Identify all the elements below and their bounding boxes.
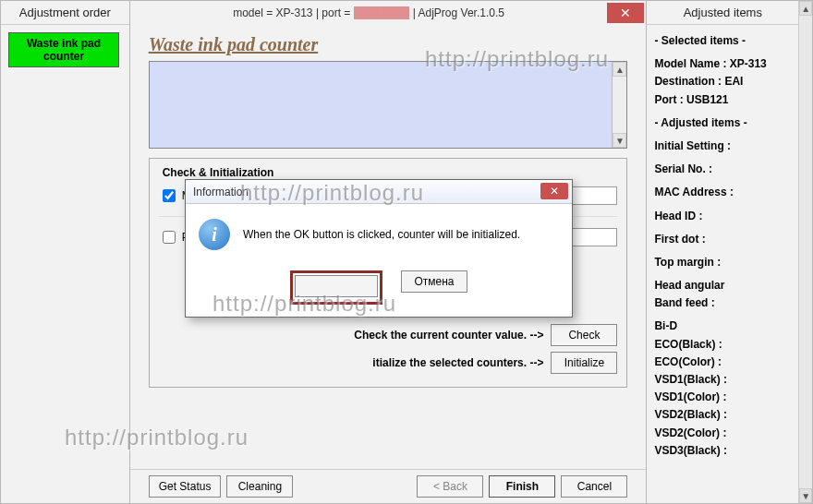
window-title-bar: model = XP-313 | port = USB001 | AdjProg… <box>130 1 647 25</box>
waste-btn-line1: Waste ink pad <box>11 37 116 50</box>
information-icon: i <box>199 219 230 250</box>
scroll-up-icon[interactable]: ▲ <box>613 62 626 77</box>
dialog-cancel-button[interactable]: Отмена <box>401 270 467 293</box>
window-close-button[interactable]: ✕ <box>607 3 644 23</box>
dialog-close-button[interactable]: ✕ <box>540 183 568 199</box>
adjusted-item-line: Destination : EAI <box>654 73 795 90</box>
adjusted-item-line: Initial Setting : <box>654 138 795 155</box>
waste-btn-line2: counter <box>11 50 116 63</box>
check-label: Check the current counter value. --> <box>354 329 543 342</box>
dialog-title: Information <box>193 186 249 198</box>
adjusted-item-line: Band feed : <box>654 294 795 312</box>
adjustment-order-panel: Adjustment order Waste ink pad counter <box>1 1 130 503</box>
log-scrollbar[interactable]: ▲ ▼ <box>612 62 626 148</box>
adjusted-item-line: First dot : <box>654 231 795 248</box>
get-status-button[interactable]: Get Status <box>149 475 222 498</box>
adjusted-item-line: Model Name : XP-313 <box>654 55 795 73</box>
bottom-toolbar: Get Status Cleaning < Back Finish Cancel <box>130 469 647 503</box>
back-button[interactable]: < Back <box>417 475 483 498</box>
scroll-down-icon[interactable]: ▼ <box>799 488 812 503</box>
adjusted-item-line: VSD2(Color) : <box>654 425 795 442</box>
adjusted-item-line: VSD3(Black) : <box>654 442 795 460</box>
ok-button-highlight <box>290 270 382 305</box>
dialog-ok-button[interactable] <box>295 275 378 297</box>
adjusted-item-line: - Adjusted items - <box>654 114 795 132</box>
window-title: model = XP-313 | port = USB001 | AdjProg… <box>130 6 608 19</box>
initialize-button[interactable]: Initialize <box>551 352 617 374</box>
adjusted-items-header: Adjusted items <box>647 1 798 25</box>
dialog-title-bar[interactable]: Information ✕ <box>186 180 572 204</box>
section-title: Waste ink pad counter <box>149 34 628 55</box>
log-textbox[interactable]: ▲ ▼ <box>149 61 628 149</box>
platen-pad-checkbox[interactable] <box>163 231 176 244</box>
information-dialog: Information ✕ i When the OK button is cl… <box>185 179 573 318</box>
adjusted-item-line: VSD1(Color) : <box>654 389 795 406</box>
adjusted-item-line: ECO(Color) : <box>654 354 795 371</box>
adjusted-item-line: VSD1(Black) : <box>654 371 795 389</box>
adjusted-item-line: VSD2(Black) : <box>654 406 795 424</box>
initialize-label: itialize the selected counters. --> <box>372 356 543 369</box>
adjustment-order-header: Adjustment order <box>1 1 129 25</box>
check-button[interactable]: Check <box>551 324 617 346</box>
fieldset-legend: Check & Initialization <box>159 166 278 179</box>
adjusted-item-line: Port : USB121 <box>654 91 795 109</box>
cleaning-button[interactable]: Cleaning <box>226 475 293 498</box>
adjusted-item-line: Head ID : <box>654 208 795 225</box>
finish-button[interactable]: Finish <box>489 475 555 498</box>
scroll-down-icon[interactable]: ▼ <box>613 133 626 148</box>
waste-ink-pad-counter-button[interactable]: Waste ink pad counter <box>8 32 119 67</box>
adjusted-item-line: Head angular <box>654 277 795 294</box>
adjusted-item-line: - Selected items - <box>654 32 795 50</box>
cancel-button[interactable]: Cancel <box>561 475 627 498</box>
adjusted-item-line: Top margin : <box>654 254 795 271</box>
adjusted-item-line: Serial No. : <box>654 161 795 178</box>
main-pad-checkbox[interactable] <box>163 189 176 202</box>
adjusted-item-line: MAC Address : <box>654 184 795 201</box>
dialog-message: When the OK button is clicked, counter w… <box>243 228 520 241</box>
adjusted-item-line: Bi-D <box>654 318 795 335</box>
adjusted-item-line: ECO(Black) : <box>654 336 795 354</box>
adjusted-items-panel: Adjusted items - Selected items - Model … <box>646 1 812 503</box>
adjusted-items-scrollbar[interactable]: ▲ ▼ <box>798 1 812 503</box>
adjusted-items-list: - Selected items - Model Name : XP-313De… <box>647 25 798 503</box>
scroll-up-icon[interactable]: ▲ <box>799 1 812 16</box>
